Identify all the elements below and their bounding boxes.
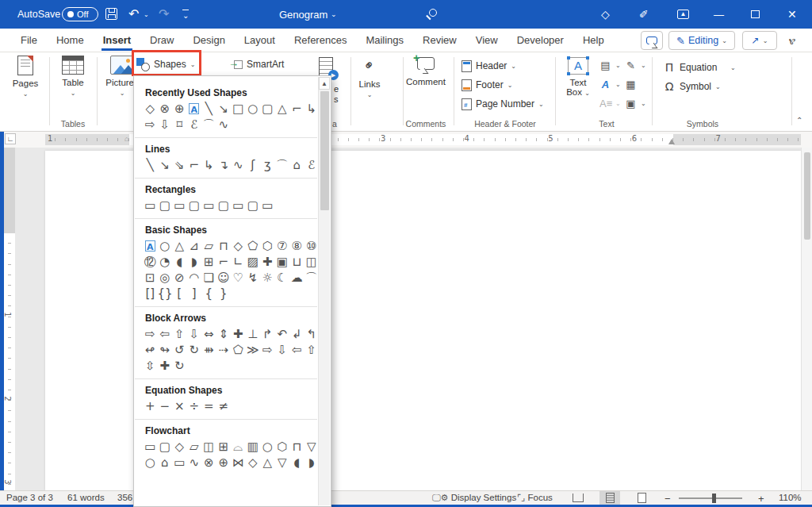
right-indent-marker[interactable] <box>668 139 675 144</box>
shape-item[interactable]: ▭ <box>231 198 246 213</box>
shape-item[interactable]: ◇ <box>231 238 246 254</box>
shape-item[interactable]: ⇨ <box>143 117 158 133</box>
more-quick-access-icon[interactable]: ⌄ <box>182 0 189 29</box>
shape-item[interactable]: ▭ <box>260 198 275 213</box>
shape-item[interactable]: ℰ <box>187 117 202 133</box>
shape-item[interactable]: ☺ <box>216 270 232 286</box>
shape-item[interactable]: ↻ <box>187 342 202 358</box>
shape-item[interactable]: ⇕ <box>216 326 232 342</box>
shape-item[interactable]: ▭ <box>172 198 187 213</box>
shape-item[interactable]: ⇩ <box>275 342 290 358</box>
tab-review[interactable]: Review <box>413 29 466 51</box>
shape-item[interactable]: △ <box>260 455 275 471</box>
shape-item[interactable]: ⌒ <box>275 157 290 173</box>
shape-item[interactable]: ◗ <box>304 455 319 471</box>
shape-item[interactable]: ⬡ <box>275 439 290 455</box>
shape-item[interactable]: ⊡ <box>143 270 158 286</box>
close-button[interactable]: ✕ <box>787 0 797 29</box>
shape-item[interactable]: ◠ <box>187 270 202 286</box>
print-layout-button[interactable] <box>599 491 620 505</box>
shape-item[interactable]: ⇨ <box>143 326 158 342</box>
shape-item[interactable]: ▭ <box>201 198 216 213</box>
shape-item[interactable]: ○ <box>260 439 275 455</box>
shape-item[interactable]: ❏ <box>201 270 216 286</box>
shape-item[interactable]: ⌂ <box>289 157 304 173</box>
shape-item[interactable]: = <box>201 398 216 414</box>
undo-chevron-icon[interactable]: ⌄ <box>144 0 149 29</box>
zoom-level[interactable]: 110% <box>779 493 802 502</box>
shape-item[interactable]: ⌒ <box>201 117 216 133</box>
shape-item[interactable]: ⊓ <box>289 439 304 455</box>
tab-design[interactable]: Design <box>183 29 234 51</box>
shape-item[interactable]: ⊘ <box>172 270 187 286</box>
zoom-in-button[interactable]: + <box>758 493 764 505</box>
shape-item[interactable]: ↳ <box>304 101 319 117</box>
shape-item[interactable]: ≠ <box>216 398 232 414</box>
tab-draw[interactable]: Draw <box>140 29 183 51</box>
equation-button[interactable]: Π Equation ⌄ <box>663 59 736 76</box>
tab-developer[interactable]: Developer <box>508 29 573 51</box>
document-title[interactable]: Genogram ⌄ <box>279 0 337 29</box>
shape-item[interactable]: ⑩ <box>304 238 319 254</box>
shape-item[interactable]: ⇩ <box>158 117 173 133</box>
shape-item[interactable]: ✚ <box>231 326 246 342</box>
quick-parts-button[interactable]: ▤⌄ <box>599 56 621 74</box>
comment-button[interactable]: + Comment <box>400 56 451 86</box>
pages-button[interactable]: Pages⌄ <box>5 56 46 99</box>
drop-cap-button[interactable]: A≡⌄ <box>599 94 621 112</box>
table-button[interactable]: Table⌄ <box>52 56 94 98</box>
wordart-button[interactable]: A⌄ <box>599 75 621 93</box>
shape-item[interactable]: ⊗ <box>201 455 216 471</box>
vertical-scrollbar[interactable] <box>801 148 812 490</box>
shape-item[interactable]: ⊗ <box>158 101 173 117</box>
shape-item[interactable]: ⊕ <box>172 101 187 117</box>
shape-item[interactable]: ʃ <box>246 157 261 173</box>
shape-item[interactable]: ⇧ <box>172 326 187 342</box>
shape-item[interactable]: ↬ <box>158 342 173 358</box>
shape-item[interactable]: ◎ <box>158 270 173 286</box>
page-indicator[interactable]: Page 3 of 3 <box>6 493 53 502</box>
shape-item[interactable]: ▢ <box>246 198 261 213</box>
shape-item[interactable]: ʒ <box>260 157 275 173</box>
shape-item[interactable]: ↘ <box>216 101 232 117</box>
shape-item[interactable]: ▢ <box>158 198 173 213</box>
shape-item[interactable]: ⊔ <box>289 254 304 270</box>
shape-item[interactable]: ○ <box>143 455 158 471</box>
tab-help[interactable]: Help <box>573 29 614 51</box>
shape-item[interactable]: ◇ <box>246 455 261 471</box>
maximize-button[interactable] <box>751 0 760 29</box>
shape-item[interactable]: ✚ <box>158 358 173 374</box>
shape-item[interactable]: ↘ <box>158 157 173 173</box>
shape-item[interactable]: ◖ <box>172 254 187 270</box>
share-button[interactable]: ↗ ⌄ <box>742 31 777 50</box>
footer-button[interactable]: Footer⌄ <box>462 76 512 94</box>
shape-item[interactable]: ▢ <box>187 198 202 213</box>
premium-diamond-icon[interactable]: ◇ <box>601 0 615 29</box>
shape-item[interactable]: [] <box>143 286 158 302</box>
shape-item[interactable]: ⇩ <box>187 326 202 342</box>
text-box-button[interactable]: A TextBox ⌄ <box>560 56 596 98</box>
ribbon-display-options-icon[interactable]: ▲ <box>677 0 689 29</box>
smartart-button[interactable]: → SmartArt <box>228 56 284 73</box>
shape-item[interactable]: ↰ <box>304 326 319 342</box>
shape-item[interactable]: ⊕ <box>216 455 232 471</box>
shape-item[interactable]: ÷ <box>187 398 202 414</box>
shape-item[interactable]: ↯ <box>246 270 261 286</box>
shape-item[interactable]: ⌓ <box>231 439 246 455</box>
shape-item[interactable]: ▽ <box>275 455 290 471</box>
symbol-button[interactable]: Ω Symbol ⌄ <box>663 78 721 95</box>
comments-button[interactable] <box>641 31 663 50</box>
tab-references[interactable]: References <box>285 29 356 51</box>
shape-item[interactable]: − <box>158 398 173 414</box>
shape-item[interactable]: ▱ <box>187 439 202 455</box>
shape-item[interactable]: △ <box>275 101 290 117</box>
display-settings-button[interactable]: 🖵⚙ Display Settings <box>432 493 516 503</box>
shape-item[interactable]: ↲ <box>289 326 304 342</box>
shape-item[interactable]: ⇧ <box>304 342 319 358</box>
shape-item[interactable]: [ <box>172 286 187 302</box>
shape-item[interactable]: ▭ <box>172 455 187 471</box>
tab-layout[interactable]: Layout <box>235 29 285 51</box>
shape-item[interactable]: ↺ <box>172 342 187 358</box>
shape-item[interactable]: ⌂ <box>158 455 173 471</box>
page-number-button[interactable]: # Page Number⌄ <box>462 95 544 113</box>
